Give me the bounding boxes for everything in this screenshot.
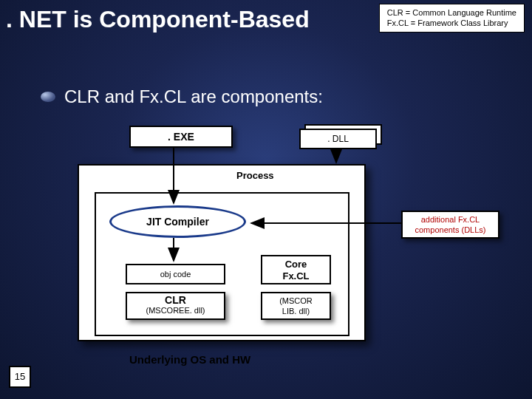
subtitle-text: CLR and Fx.CL are components: (64, 86, 323, 107)
clr-subtitle: (MSCOREE. dll) (146, 306, 205, 315)
exe-box: . EXE (129, 126, 233, 148)
legend-box: CLR = Common Language Runtime Fx.CL = Fr… (379, 4, 525, 33)
additional-line2: components (DLLs) (403, 225, 498, 235)
core-fxcl-box: Core Fx.CL (261, 255, 331, 284)
bullet-icon (41, 92, 55, 102)
mscorlib-line1: (MSCOR (262, 296, 330, 306)
slide-title: . NET is Component-Based (6, 6, 310, 33)
additional-components-box: additional Fx.CL components (DLLs) (401, 211, 499, 239)
objcode-box: obj code (126, 264, 225, 284)
mscorlib-box: (MSCOR LIB. dll) (261, 292, 331, 320)
legend-line2: Fx.CL = Framework Class Library (387, 18, 516, 28)
clr-title: CLR (127, 294, 224, 306)
subtitle-row: CLR and Fx.CL are components: (41, 86, 323, 107)
dll-box: . DLL (299, 129, 377, 149)
underlying-label: Underlying OS and HW (129, 353, 250, 366)
slide-number: 15 (9, 366, 31, 388)
clr-box: CLR (MSCOREE. dll) (126, 292, 225, 320)
additional-line1: additional Fx.CL (403, 214, 498, 225)
corefxcl-line2: Fx.CL (262, 270, 330, 282)
legend-line1: CLR = Common Language Runtime (387, 7, 516, 18)
jit-compiler-ellipse: JIT Compiler (109, 205, 246, 238)
mscorlib-line2: LIB. dll) (262, 306, 330, 316)
corefxcl-line1: Core (262, 259, 330, 270)
process-label: Process (236, 170, 274, 181)
